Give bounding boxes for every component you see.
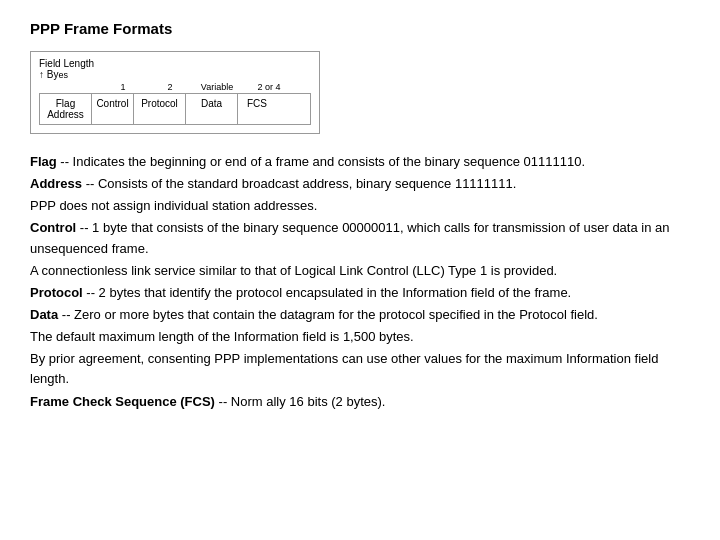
control-cell: Control [92, 94, 134, 124]
content-text: Flag -- Indicates the beginning or end o… [30, 152, 690, 412]
frame-table: Flag Address Control Protocol Data FCS [39, 93, 311, 125]
para-prior-agreement: By prior agreement, consenting PPP imple… [30, 349, 690, 389]
byte-2or4: 2 or 4 [243, 82, 295, 92]
para-protocol: Protocol -- 2 bytes that identify the pr… [30, 283, 690, 303]
field-length-label: Field Length ↑ Byes [39, 58, 311, 80]
bold-flag: Flag [30, 154, 57, 169]
para-control: Control -- 1 byte that consists of the b… [30, 218, 690, 258]
page-container: PPP Frame Formats Field Length ↑ Byes 1 … [0, 0, 720, 434]
field-label-text: Field Length [39, 58, 94, 69]
byte-1: 1 [97, 82, 149, 92]
bold-protocol: Protocol [30, 285, 83, 300]
para-data: Data -- Zero or more bytes that contain … [30, 305, 690, 325]
byte-2: 2 [149, 82, 191, 92]
bold-fcs: Frame Check Sequence (FCS) [30, 394, 215, 409]
bold-data: Data [30, 307, 58, 322]
byte-numbers-row: 1 2 Variable 2 or 4 [97, 82, 311, 92]
data-cell: Data [186, 94, 238, 124]
para-ppp-assign: PPP does not assign individual station a… [30, 196, 690, 216]
para-flag: Flag -- Indicates the beginning or end o… [30, 152, 690, 172]
para-address: Address -- Consists of the standard broa… [30, 174, 690, 194]
bold-address: Address [30, 176, 82, 191]
page-title: PPP Frame Formats [30, 20, 690, 37]
frame-diagram: Field Length ↑ Byes 1 2 Variable 2 or 4 … [30, 51, 320, 134]
para-connectionless: A connectionless link service similar to… [30, 261, 690, 281]
para-fcs: Frame Check Sequence (FCS) -- Norm ally … [30, 392, 690, 412]
para-default-max: The default maximum length of the Inform… [30, 327, 690, 347]
bold-control: Control [30, 220, 76, 235]
fcs-cell: FCS [238, 94, 276, 124]
byte-variable: Variable [191, 82, 243, 92]
flag-address-cell: Flag Address [40, 94, 92, 124]
bytes-label-text: ↑ Byes [39, 69, 68, 80]
protocol-cell: Protocol [134, 94, 186, 124]
